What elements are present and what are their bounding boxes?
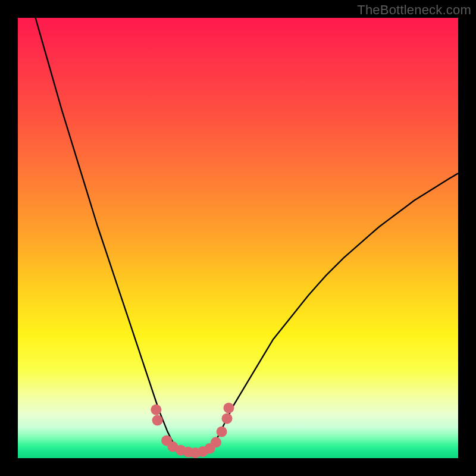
curve-marker xyxy=(151,405,161,415)
curve-markers xyxy=(151,403,234,458)
curve-marker xyxy=(211,437,221,447)
bottleneck-curve xyxy=(18,18,458,458)
curve-marker xyxy=(223,403,234,414)
curve-path xyxy=(36,18,458,453)
curve-marker xyxy=(217,427,227,437)
curve-marker xyxy=(222,413,233,424)
curve-marker xyxy=(152,415,163,425)
plot-area xyxy=(18,18,458,458)
watermark-text: TheBottleneck.com xyxy=(357,2,471,18)
outer-frame: TheBottleneck.com xyxy=(0,0,476,476)
